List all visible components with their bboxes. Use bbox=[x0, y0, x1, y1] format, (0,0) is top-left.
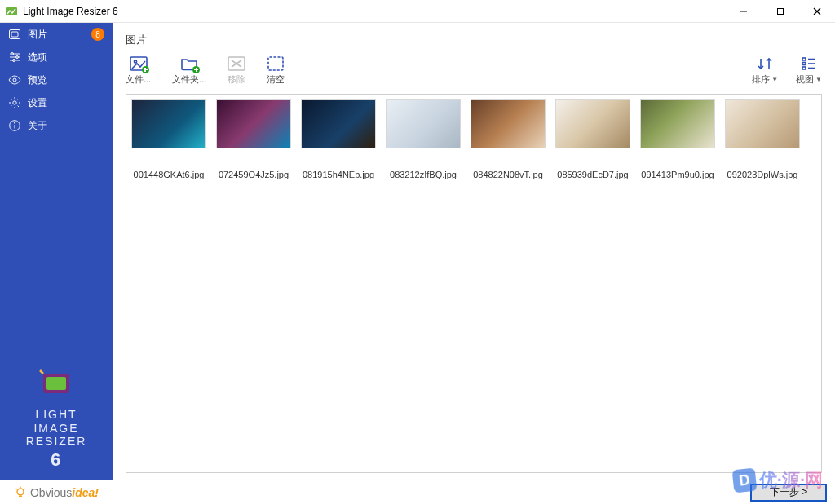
svg-rect-0 bbox=[6, 7, 17, 15]
thumbnail-image bbox=[301, 99, 376, 148]
sort-icon bbox=[756, 55, 774, 72]
sidebar-item-images[interactable]: 图片 8 bbox=[0, 23, 113, 46]
brand-block: LIGHT IMAGE RESIZER 6 bbox=[0, 365, 113, 480]
thumbnail-item[interactable]: 072459O4Jz5.jpg bbox=[211, 99, 296, 179]
view-button[interactable]: 视图▼ bbox=[796, 55, 822, 86]
sidebar-item-label: 选项 bbox=[28, 51, 47, 64]
sidebar-item-label: 预览 bbox=[28, 73, 47, 87]
sidebar-item-options[interactable]: 选项 bbox=[0, 46, 113, 69]
add-folder-button[interactable]: 文件夹... bbox=[172, 55, 206, 86]
info-icon bbox=[8, 119, 21, 132]
sidebar-item-settings[interactable]: 设置 bbox=[0, 91, 113, 114]
tool-label: 文件夹... bbox=[172, 73, 206, 86]
image-add-icon bbox=[130, 55, 148, 72]
thumbnail-filename: 083212zIfBQ.jpg bbox=[381, 170, 466, 179]
next-button[interactable]: 下一步 > bbox=[750, 484, 827, 502]
thumbnail-filename: 084822N08vT.jpg bbox=[466, 170, 550, 179]
tool-label: 清空 bbox=[267, 73, 285, 86]
thumbnail-item[interactable]: 081915h4NEb.jpg bbox=[296, 99, 381, 179]
svg-rect-24 bbox=[19, 495, 22, 497]
window-controls bbox=[725, 0, 835, 22]
thumbnail-filename: 001448GKAt6.jpg bbox=[126, 170, 211, 179]
thumbnail-image bbox=[216, 99, 291, 148]
thumbnail-item[interactable]: 084822N08vT.jpg bbox=[466, 99, 550, 179]
tool-label: 排序 bbox=[752, 73, 770, 86]
thumbnail-image bbox=[471, 99, 546, 148]
thumbnail-area[interactable]: 001448GKAt6.jpg072459O4Jz5.jpg081915h4NE… bbox=[126, 94, 822, 473]
svg-point-26 bbox=[134, 60, 136, 63]
svg-rect-35 bbox=[802, 67, 806, 69]
thumbnail-image bbox=[131, 99, 206, 148]
gear-icon bbox=[8, 96, 21, 109]
chevron-down-icon: ▼ bbox=[771, 76, 778, 83]
sidebar-badge-count: 8 bbox=[91, 28, 104, 41]
eye-icon bbox=[8, 73, 21, 86]
thumbnail-item[interactable]: 083212zIfBQ.jpg bbox=[381, 99, 466, 179]
image-remove-icon bbox=[228, 55, 245, 72]
tool-label: 移除 bbox=[228, 73, 245, 86]
tool-label: 视图 bbox=[796, 73, 814, 86]
bottom-bar: 下一步 > bbox=[113, 480, 835, 504]
thumbnail-item[interactable]: 091413Pm9u0.jpg bbox=[635, 99, 720, 179]
remove-button[interactable]: 移除 bbox=[228, 55, 245, 86]
minimize-button[interactable] bbox=[725, 0, 762, 22]
sidebar-item-label: 图片 bbox=[28, 28, 47, 42]
sidebar-item-label: 设置 bbox=[28, 96, 47, 110]
sidebar-item-label: 关于 bbox=[28, 119, 47, 133]
svg-point-13 bbox=[13, 78, 16, 82]
brand-line1: LIGHT bbox=[35, 408, 77, 421]
sidebar: 图片 8 选项 预览 设置 关于 LIGHT IMAGE RE bbox=[0, 23, 113, 504]
clear-icon bbox=[267, 55, 285, 72]
thumbnail-filename: 091413Pm9u0.jpg bbox=[635, 170, 720, 179]
svg-rect-2 bbox=[777, 8, 783, 14]
svg-point-20 bbox=[17, 489, 24, 495]
add-files-button[interactable]: 文件... bbox=[126, 55, 151, 86]
svg-rect-19 bbox=[46, 377, 66, 390]
thumbnail-item[interactable]: 001448GKAt6.jpg bbox=[126, 99, 211, 179]
titlebar: Light Image Resizer 6 bbox=[0, 0, 835, 23]
brand-line3: RESIZER bbox=[26, 435, 87, 448]
footer-brand-suffix: idea! bbox=[72, 486, 99, 499]
thumbnail-item[interactable]: 085939dEcD7.jpg bbox=[550, 99, 635, 179]
sidebar-item-about[interactable]: 关于 bbox=[0, 114, 113, 137]
toolbar: 文件... 文件夹... 移除 bbox=[113, 51, 835, 94]
view-list-icon bbox=[800, 55, 818, 72]
svg-rect-5 bbox=[10, 30, 20, 39]
tool-label: 文件... bbox=[126, 73, 151, 86]
sort-button[interactable]: 排序▼ bbox=[752, 55, 778, 86]
brand-logo-icon bbox=[38, 365, 74, 401]
lightbulb-icon bbox=[14, 486, 27, 499]
svg-point-14 bbox=[13, 101, 16, 104]
maximize-button[interactable] bbox=[762, 0, 798, 22]
thumbnail-image bbox=[386, 99, 461, 148]
svg-rect-30 bbox=[268, 57, 283, 70]
thumbnail-image bbox=[640, 99, 715, 148]
brand-line2: IMAGE bbox=[33, 422, 78, 435]
thumbnail-filename: 072459O4Jz5.jpg bbox=[211, 170, 296, 179]
sliders-icon bbox=[8, 51, 21, 64]
window-title: Light Image Resizer 6 bbox=[23, 6, 725, 17]
folder-add-icon bbox=[180, 55, 198, 72]
sidebar-footer[interactable]: Obviousidea! bbox=[0, 480, 113, 504]
footer-brand-prefix: Obvious bbox=[30, 486, 72, 499]
chevron-down-icon: ▼ bbox=[815, 76, 822, 83]
svg-rect-34 bbox=[802, 63, 806, 65]
svg-rect-6 bbox=[11, 32, 18, 37]
thumbnail-item[interactable]: 092023DplWs.jpg bbox=[720, 99, 805, 179]
svg-point-17 bbox=[14, 122, 15, 124]
thumbnail-filename: 085939dEcD7.jpg bbox=[550, 170, 635, 179]
sidebar-item-preview[interactable]: 预览 bbox=[0, 69, 113, 91]
thumbnail-filename: 092023DplWs.jpg bbox=[720, 170, 805, 179]
clear-button[interactable]: 清空 bbox=[267, 55, 285, 86]
thumbnail-filename: 081915h4NEb.jpg bbox=[296, 170, 381, 179]
svg-line-23 bbox=[24, 489, 24, 489]
images-icon bbox=[8, 28, 21, 41]
close-button[interactable] bbox=[798, 0, 835, 22]
svg-line-22 bbox=[15, 489, 16, 489]
app-icon bbox=[5, 5, 18, 18]
page-title: 图片 bbox=[113, 23, 835, 51]
brand-version: 6 bbox=[0, 449, 113, 470]
svg-rect-33 bbox=[802, 58, 806, 60]
main-panel: 图片 文件... 文件夹... bbox=[113, 23, 835, 504]
thumbnail-image bbox=[725, 99, 800, 148]
